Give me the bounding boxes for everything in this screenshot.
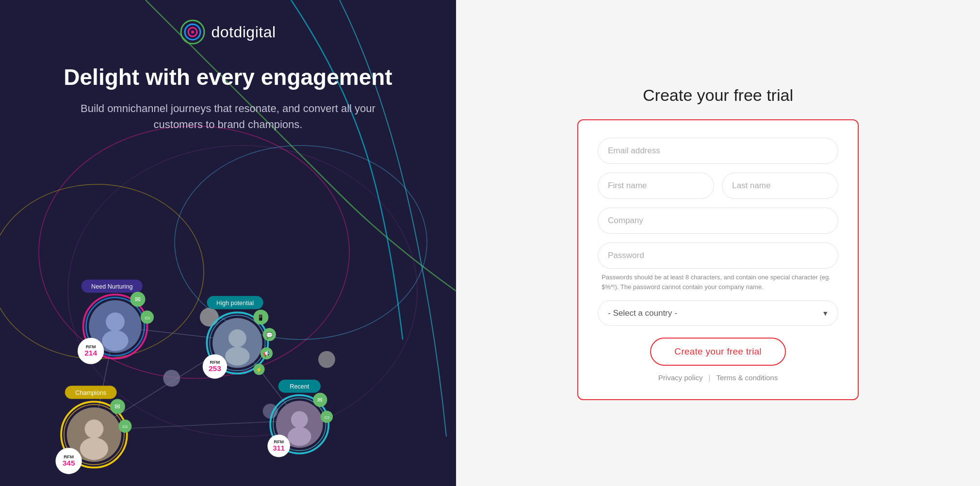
svg-text:214: 214 <box>84 349 97 357</box>
svg-text:Recent: Recent <box>290 383 309 390</box>
svg-point-52 <box>85 420 104 438</box>
password-input[interactable] <box>598 243 838 269</box>
svg-text:✉: ✉ <box>317 397 323 404</box>
svg-point-7 <box>191 31 194 33</box>
svg-text:311: 311 <box>273 444 285 452</box>
node-champions: Champions RFM 345 ✉ ▭ <box>55 386 131 474</box>
email-field-group <box>598 138 838 164</box>
signup-form-card: Passwords should be at least 8 character… <box>577 119 859 400</box>
svg-point-16 <box>263 404 278 419</box>
svg-text:⚡: ⚡ <box>256 367 262 373</box>
network-visualization: Need Nurturing RFM 214 ✉ ▭ High potenti <box>0 195 456 486</box>
left-panel: dotdigital Delight with every engagement… <box>0 0 456 486</box>
svg-text:RFM: RFM <box>274 439 284 444</box>
svg-text:📱: 📱 <box>257 314 264 321</box>
node-need-nurturing: Need Nurturing RFM 214 ✉ ▭ <box>78 279 154 364</box>
first-name-input[interactable] <box>598 173 714 199</box>
svg-point-67 <box>288 427 311 446</box>
form-title: Create your free trial <box>643 86 793 105</box>
svg-text:Champions: Champions <box>75 389 106 396</box>
svg-point-53 <box>80 437 108 460</box>
svg-text:✉: ✉ <box>114 403 120 410</box>
svg-point-34 <box>229 329 246 347</box>
first-name-field-group <box>598 173 714 199</box>
name-fields-row <box>598 173 838 199</box>
svg-point-13 <box>200 308 219 327</box>
hero-subtext: Build omnichannel journeys that resonate… <box>58 100 398 132</box>
dotdigital-logo-icon <box>180 19 205 45</box>
svg-text:RFM: RFM <box>210 359 220 365</box>
create-trial-button[interactable]: Create your free trial <box>650 338 786 366</box>
terms-conditions-link[interactable]: Terms & conditions <box>716 373 778 382</box>
node-recent: Recent RFM 311 ✉ ▭ <box>267 380 333 457</box>
svg-text:High potential: High potential <box>216 300 254 307</box>
node-high-potential: High potential RFM 253 📱 💬 📢 ⚡ <box>203 296 276 379</box>
svg-point-15 <box>318 351 335 368</box>
logo-area: dotdigital <box>180 19 276 45</box>
svg-point-66 <box>291 411 308 428</box>
company-field-group <box>598 208 838 234</box>
footer-links: Privacy policy | Terms & conditions <box>598 373 838 382</box>
hero-heading: Delight with every engagement <box>64 64 392 91</box>
last-name-field-group <box>722 173 838 199</box>
svg-text:📢: 📢 <box>263 350 270 357</box>
svg-text:253: 253 <box>209 364 221 373</box>
svg-text:✉: ✉ <box>135 296 141 303</box>
company-input[interactable] <box>598 208 838 234</box>
svg-text:▭: ▭ <box>122 423 128 429</box>
password-hint: Passwords should be at least 8 character… <box>598 273 838 292</box>
country-select[interactable]: - Select a country - United States Unite… <box>598 300 838 326</box>
svg-text:RFM: RFM <box>86 344 96 349</box>
svg-text:RFM: RFM <box>64 454 74 459</box>
svg-text:345: 345 <box>63 459 75 467</box>
svg-text:💬: 💬 <box>266 332 273 339</box>
svg-text:▭: ▭ <box>145 314 150 321</box>
svg-point-35 <box>225 347 249 366</box>
country-field-group: - Select a country - United States Unite… <box>598 300 838 326</box>
right-panel: Create your free trial Passwords should … <box>456 0 980 486</box>
last-name-input[interactable] <box>722 173 838 199</box>
footer-divider: | <box>709 373 711 382</box>
svg-text:▭: ▭ <box>324 414 329 420</box>
svg-point-21 <box>102 330 128 351</box>
email-input[interactable] <box>598 138 838 164</box>
svg-point-14 <box>163 370 180 387</box>
logo-text: dotdigital <box>211 23 276 41</box>
svg-point-20 <box>106 312 125 331</box>
password-field-group: Passwords should be at least 8 character… <box>598 243 838 292</box>
privacy-policy-link[interactable]: Privacy policy <box>658 373 703 382</box>
svg-text:Need Nurturing: Need Nurturing <box>91 283 132 290</box>
